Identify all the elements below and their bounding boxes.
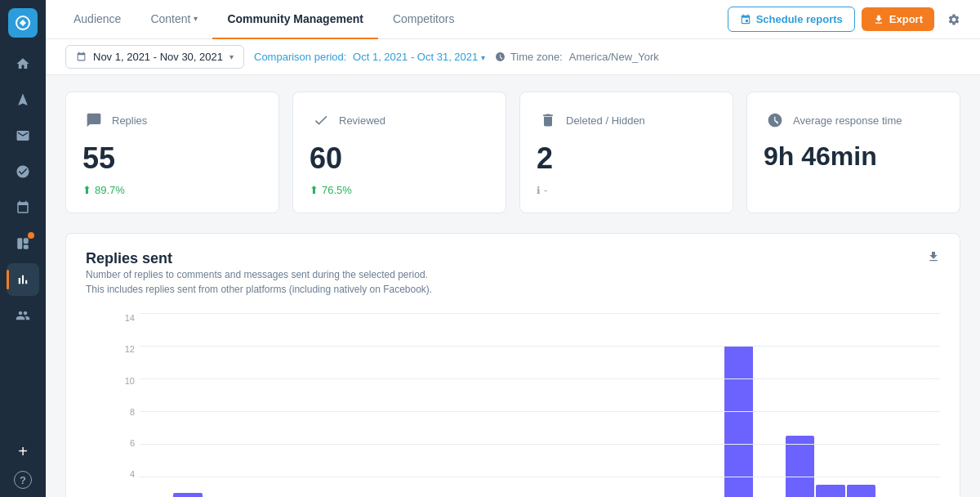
main-content: Audience Content ▾ Community Management … xyxy=(46,0,980,497)
stat-card-reviewed: Reviewed 60 ⬆ 76.5% xyxy=(292,92,506,213)
bar-1 xyxy=(173,493,202,497)
bar-chart-wrapper: 14 12 10 8 6 4 2 0 xyxy=(115,313,940,497)
notification-dot xyxy=(28,232,34,239)
top-navigation: Audience Content ▾ Community Management … xyxy=(46,0,980,39)
timezone-display: Time zone: America/New_York xyxy=(495,51,659,63)
settings-button[interactable] xyxy=(941,7,967,33)
stat-card-deleted: Deleted / Hidden 2 ℹ - xyxy=(519,92,733,213)
clock-icon xyxy=(495,51,506,62)
comparison-period: Comparison period: Oct 1, 2021 - Oct 31,… xyxy=(254,51,485,63)
nav-actions: Schedule reports Export xyxy=(728,7,967,33)
stat-card-replies: Replies 55 ⬆ 89.7% xyxy=(65,92,279,213)
sidebar-item-content[interactable] xyxy=(7,227,39,260)
sidebar-item-users[interactable] xyxy=(7,299,39,332)
sidebar-item-analytics[interactable] xyxy=(7,263,39,296)
up-arrow-icon: ⬆ xyxy=(82,184,91,196)
chart-title: Replies sent xyxy=(86,250,432,267)
deleted-icon xyxy=(537,109,559,132)
reviewed-up-icon: ⬆ xyxy=(310,184,318,196)
bar-23 xyxy=(847,485,875,497)
y-label-14: 14 xyxy=(125,313,135,323)
y-label-12: 12 xyxy=(125,344,135,354)
y-label-10: 10 xyxy=(125,376,135,386)
replies-change: ⬆ 89.7% xyxy=(82,184,262,196)
reviewed-icon xyxy=(310,109,332,132)
sidebar: + ? xyxy=(0,0,46,497)
filter-bar: Nov 1, 2021 - Nov 30, 2021 ▾ Comparison … xyxy=(46,39,980,75)
content-chevron-icon: ▾ xyxy=(194,14,198,23)
tab-community-management[interactable]: Community Management xyxy=(212,0,377,39)
y-label-8: 8 xyxy=(130,407,135,417)
sidebar-item-help[interactable]: ? xyxy=(14,471,32,489)
comparison-chevron-icon: ▾ xyxy=(481,53,485,62)
sidebar-item-home[interactable] xyxy=(7,47,39,80)
sidebar-item-add[interactable]: + xyxy=(7,435,39,468)
sidebar-item-calendar[interactable] xyxy=(7,191,39,224)
comparison-range[interactable]: Oct 1, 2021 - Oct 31, 2021 ▾ xyxy=(353,51,485,63)
sidebar-logo[interactable] xyxy=(8,8,38,38)
y-label-6: 6 xyxy=(130,438,135,448)
info-icon: ℹ xyxy=(537,185,541,196)
download-icon xyxy=(927,250,940,263)
bar-19 xyxy=(724,346,753,497)
date-picker-chevron-icon: ▾ xyxy=(229,52,234,61)
stats-grid: Replies 55 ⬆ 89.7% Reviewed 60 ⬆ xyxy=(65,92,960,213)
export-button[interactable]: Export xyxy=(862,7,934,31)
schedule-icon xyxy=(740,14,751,25)
replies-icon xyxy=(82,109,105,132)
gear-icon xyxy=(947,13,960,26)
sidebar-bottom: + ? xyxy=(7,435,39,489)
tab-audience[interactable]: Audience xyxy=(59,0,136,39)
date-range-picker[interactable]: Nov 1, 2021 - Nov 30, 2021 ▾ xyxy=(65,45,244,69)
sidebar-item-inbox[interactable] xyxy=(7,119,39,152)
reviewed-change: ⬆ 76.5% xyxy=(310,184,489,196)
deleted-change: ℹ - xyxy=(537,184,716,196)
sidebar-item-listen[interactable] xyxy=(7,155,39,188)
nav-tabs: Audience Content ▾ Community Management … xyxy=(59,0,728,39)
chart-download-button[interactable] xyxy=(927,250,940,266)
tab-content[interactable]: Content ▾ xyxy=(136,0,212,39)
content-area: Replies 55 ⬆ 89.7% Reviewed 60 ⬆ xyxy=(46,75,980,497)
response-time-icon xyxy=(764,109,786,132)
tab-competitors[interactable]: Competitors xyxy=(378,0,469,39)
bar-21 xyxy=(786,436,814,497)
sidebar-item-publish[interactable] xyxy=(7,83,39,116)
export-icon xyxy=(873,14,884,25)
chart-description: Number of replies to comments and messag… xyxy=(86,267,432,297)
stat-card-response-time: Average response time 9h 46min xyxy=(746,92,960,213)
y-label-4: 4 xyxy=(130,469,135,479)
calendar-icon xyxy=(76,51,87,62)
bar-22 xyxy=(816,485,844,497)
schedule-reports-button[interactable]: Schedule reports xyxy=(728,7,855,32)
chart-section: Replies sent Number of replies to commen… xyxy=(65,233,960,497)
